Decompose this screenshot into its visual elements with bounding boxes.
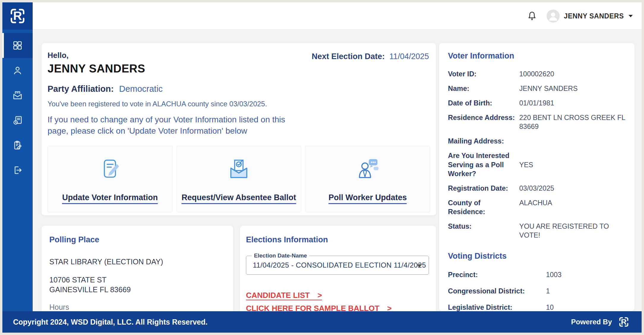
sidebar-item-logout[interactable] <box>2 158 33 183</box>
field-label: Congressional District: <box>448 287 546 295</box>
residence-address-row: Residence Address: 220 BENT LN CROSS GRE… <box>448 113 630 131</box>
address-line-2: GAINESVILLE FL 83669 <box>49 285 225 295</box>
elections-title: Elections Information <box>246 235 429 244</box>
voting-districts-title: Voting Districts <box>448 252 630 261</box>
poll-worker-interest-row: Are You Interested Serving as a Poll Wor… <box>448 151 630 178</box>
mail-ballot-icon <box>12 90 23 101</box>
field-label: Name: <box>448 84 519 93</box>
address-line-1: 10706 STATE ST <box>49 275 225 285</box>
name-row: Name: JENNY SANDERS <box>448 84 630 93</box>
date-of-birth-row: Date of Birth: 01/01/1981 <box>448 99 630 108</box>
poll-worker-chat-icon <box>355 154 380 185</box>
field-value: ALACHUA <box>519 198 552 216</box>
brand-r-mark-footer-icon: R <box>617 315 631 329</box>
main-content: Hello, JENNY SANDERS Next Election Date:… <box>33 30 642 311</box>
field-label: Mailing Address: <box>448 137 519 146</box>
polling-place-address: 10706 STATE ST GAINESVILLE FL 83669 <box>49 275 225 295</box>
field-value: 1 <box>546 287 550 295</box>
next-election-label: Next Election Date: <box>312 52 385 61</box>
sidebar-item-dashboard[interactable] <box>2 33 33 58</box>
document-clock-icon <box>12 115 23 126</box>
registered-since-text: You've been registered to vote in ALACHU… <box>48 100 430 108</box>
sidebar-item-poll-worker[interactable] <box>2 133 33 158</box>
field-value: 100002620 <box>519 69 554 78</box>
field-value: 03/03/2025 <box>519 184 554 193</box>
clipboard-pen-icon <box>12 140 23 151</box>
mailing-address-row: Mailing Address: <box>448 137 630 146</box>
legislative-district-row: Legislative District: 10 <box>448 304 630 311</box>
logo-letter: R <box>621 317 626 326</box>
field-label: Are You Interested Serving as a Poll Wor… <box>448 151 519 178</box>
field-label: Residence Address: <box>448 113 519 131</box>
app-footer: Copyright 2024, WSD Digital, LLC. All Ri… <box>2 311 642 333</box>
polling-place-name: STAR LIBRARY (ELECTION DAY) <box>49 257 225 266</box>
document-edit-icon <box>97 154 122 185</box>
voter-information-title: Voter Information <box>448 51 630 61</box>
next-election-date: Next Election Date: 11/04/2025 <box>312 52 430 61</box>
field-label: Status: <box>448 222 519 240</box>
election-select-label: Election Date-Name <box>252 252 309 259</box>
congressional-district-row: Congressional District: 1 <box>448 287 630 295</box>
field-label: Date of Birth: <box>448 99 519 108</box>
ballot-envelope-icon <box>226 154 251 185</box>
party-label: Party Affiliation: <box>48 84 114 94</box>
field-label: County of Residence: <box>448 198 519 216</box>
logo-letter: R <box>13 9 22 23</box>
sample-ballot-link[interactable]: CLICK HERE FOR SAMPLE BALLOT> <box>246 304 392 311</box>
polling-place-title: Polling Place <box>49 235 225 244</box>
action-label: Poll Worker Updates <box>329 193 407 204</box>
sidebar-item-voting-history[interactable] <box>2 108 33 133</box>
field-value: JENNY SANDERS <box>519 84 578 93</box>
screen: R JENNY SANDER <box>2 2 642 333</box>
link-arrow-icon: > <box>387 304 392 311</box>
chevron-down-icon <box>629 15 633 17</box>
registration-date-row: Registration Date: 03/03/2025 <box>448 184 630 193</box>
candidate-list-link[interactable]: CANDIDATE LIST> <box>246 291 322 300</box>
field-value: 10 <box>546 304 554 311</box>
field-label: Voter ID: <box>448 69 519 78</box>
powered-by-label: Powered By <box>571 318 612 326</box>
poll-worker-updates-card[interactable]: Poll Worker Updates <box>305 146 430 212</box>
action-label: Request/View Absentee Ballot <box>181 193 296 204</box>
precinct-row: Precinct: 1003 <box>448 271 630 279</box>
field-label: Registration Date: <box>448 184 519 193</box>
app-logo[interactable]: R <box>2 2 33 30</box>
party-value: Democratic <box>119 84 163 94</box>
welcome-user-name: JENNY SANDERS <box>48 62 145 75</box>
dashboard-grid-icon <box>12 40 23 51</box>
quick-actions: Update Voter Information <box>48 146 430 212</box>
sidebar <box>2 30 33 311</box>
hours-label: Hours <box>49 303 225 311</box>
link-arrow-icon: > <box>318 291 322 300</box>
field-label: Legislative District: <box>448 304 546 311</box>
app-window: R JENNY SANDER <box>0 0 644 335</box>
welcome-card: Hello, JENNY SANDERS Next Election Date:… <box>42 43 436 215</box>
notification-bell-icon[interactable] <box>526 10 538 22</box>
greeting: Hello, <box>48 51 145 60</box>
elections-information-card: Elections Information Election Date-Name… <box>240 226 436 311</box>
user-menu[interactable]: JENNY SANDERS <box>547 10 633 23</box>
field-value: 220 BENT LN CROSS GREEK FL 83669 <box>519 113 630 131</box>
field-value: 1003 <box>546 271 561 279</box>
sidebar-item-profile[interactable] <box>2 58 33 83</box>
link-label: CLICK HERE FOR SAMPLE BALLOT <box>246 304 379 311</box>
update-voter-information-card[interactable]: Update Voter Information <box>48 146 173 212</box>
election-date-select[interactable]: Election Date-Name 11/04/2025 - CONSOLID… <box>246 256 429 275</box>
copyright-text: Copyright 2024, WSD Digital, LLC. All Ri… <box>13 318 208 326</box>
field-value: YES <box>519 160 533 169</box>
field-label: Precinct: <box>448 271 546 279</box>
sidebar-item-absentee-ballot[interactable] <box>2 83 33 108</box>
election-links: CANDIDATE LIST> CLICK HERE FOR SAMPLE BA… <box>246 291 429 311</box>
party-affiliation: Party Affiliation: Democratic <box>48 84 430 94</box>
greeting-block: Hello, JENNY SANDERS <box>48 51 145 75</box>
topbar-right: JENNY SANDERS <box>526 2 633 30</box>
action-label: Update Voter Information <box>62 193 158 204</box>
request-absentee-ballot-card[interactable]: Request/View Absentee Ballot <box>176 146 302 212</box>
topbar: R JENNY SANDER <box>2 2 642 30</box>
avatar <box>547 10 560 23</box>
voter-information-panel: Voter Information Voter ID: 100002620 Na… <box>439 43 634 311</box>
county-of-residence-row: County of Residence: ALACHUA <box>448 198 630 216</box>
field-value: 01/01/1981 <box>519 99 554 108</box>
select-caret-icon <box>417 264 422 267</box>
link-label: CANDIDATE LIST <box>246 291 310 300</box>
